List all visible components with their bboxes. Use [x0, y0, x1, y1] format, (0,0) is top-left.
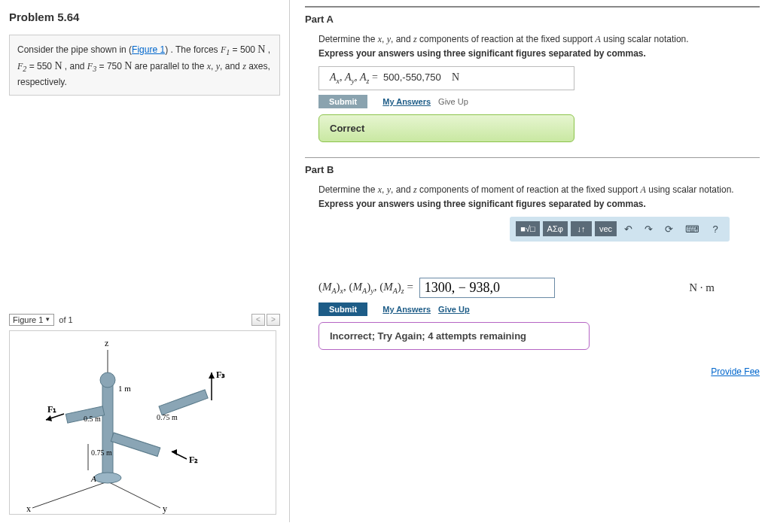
svg-rect-6: [111, 433, 160, 456]
redo-icon[interactable]: ↷: [640, 221, 657, 237]
part-a-instruction: Determine the x, y, and z components of …: [318, 34, 760, 45]
axis-y-label: y: [163, 503, 167, 514]
help-icon[interactable]: ?: [707, 221, 724, 237]
dim-075m-a: 0.75 m: [157, 413, 178, 421]
part-b-toolbar: ■√□ ΑΣφ ↓↑ vec ↶ ↷ ⟳ ⌨ ?: [510, 217, 730, 242]
chevron-down-icon: ▼: [44, 316, 50, 323]
tool-vec-button[interactable]: vec: [595, 221, 617, 236]
figure-prev-button[interactable]: <: [251, 314, 265, 326]
figure-link[interactable]: Figure 1: [132, 44, 165, 55]
statement-post: ) . The forces: [165, 44, 221, 55]
part-b-unit: N · m: [689, 281, 715, 294]
part-a-body: Determine the x, y, and z components of …: [305, 34, 760, 142]
undo-icon[interactable]: ↶: [620, 221, 637, 237]
label-F3: F₃: [216, 369, 225, 380]
dim-075m-b: 0.75 m: [91, 448, 112, 457]
part-a-unit: N: [452, 71, 459, 83]
part-b-give-up-link[interactable]: Give Up: [438, 305, 470, 314]
figure-dropdown[interactable]: Figure 1 ▼: [9, 314, 54, 326]
divider: [305, 157, 760, 158]
part-b-instruction: Determine the x, y, and z components of …: [318, 184, 760, 196]
divider: [305, 6, 760, 8]
tool-template-button[interactable]: ■√□: [516, 221, 539, 236]
svg-line-2: [108, 482, 160, 508]
svg-rect-3: [102, 380, 113, 474]
tool-greek-button[interactable]: ΑΣφ: [543, 221, 568, 236]
part-b-title: Part B: [305, 164, 760, 175]
tool-subscript-button[interactable]: ↓↑: [571, 221, 592, 236]
reset-icon[interactable]: ⟳: [660, 221, 678, 237]
label-F1: F₁: [47, 404, 56, 415]
label-F2: F₂: [189, 454, 198, 465]
provide-feedback-link[interactable]: Provide Fee: [711, 366, 760, 377]
part-a-my-answers-link[interactable]: My Answers: [382, 97, 431, 106]
part-b-feedback-incorrect: Incorrect; Try Again; 4 attempts remaini…: [318, 322, 590, 350]
svg-rect-7: [159, 390, 208, 415]
svg-point-4: [100, 372, 115, 388]
part-a-value: 500,-550,750: [383, 71, 441, 83]
figure-image: z x y A F₁ F₂: [9, 330, 276, 515]
part-a-feedback-correct: Correct: [318, 114, 574, 142]
part-a-give-up-link[interactable]: Give Up: [438, 97, 468, 106]
figure-nav: < >: [251, 314, 280, 326]
part-b-answer-input[interactable]: [419, 278, 555, 298]
part-b-instruction-bold: Express your answers using three signifi…: [318, 199, 760, 209]
right-column: Part A Determine the x, y, and z compone…: [290, 0, 771, 522]
part-b-my-answers-link[interactable]: My Answers: [382, 305, 431, 314]
part-a-submit-button[interactable]: Submit: [318, 95, 367, 108]
part-b-answer-row: (MA)x, (MA)y, (MA)z = N · m: [318, 242, 760, 298]
part-a-answer-box: Ax, Ay, Az = 500,-550,750 N: [318, 66, 574, 90]
problem-title: Problem 5.64: [9, 11, 280, 23]
problem-statement-box: Consider the pipe shown in (Figure 1) . …: [9, 35, 280, 96]
dim-05m: 0.5 m: [84, 415, 101, 423]
part-b-label: (MA)x, (MA)y, (MA)z =: [318, 281, 413, 295]
part-b-body: Determine the x, y, and z components of …: [305, 184, 760, 350]
left-column: Problem 5.64 Consider the pipe shown in …: [0, 0, 290, 522]
part-a-instruction-bold: Express your answers using three signifi…: [318, 48, 760, 59]
svg-marker-14: [209, 372, 215, 378]
figure-selected: Figure 1: [13, 315, 43, 324]
part-b-submit-button[interactable]: Submit: [318, 302, 367, 316]
part-a-title: Part A: [305, 14, 760, 25]
axis-x-label: x: [26, 503, 31, 514]
figure-selector-bar: Figure 1 ▼ of 1 < >: [9, 314, 280, 326]
axis-z-label: z: [105, 338, 108, 348]
label-A: A: [90, 474, 96, 483]
figure-next-button[interactable]: >: [267, 314, 280, 326]
figure-count: of 1: [59, 315, 72, 324]
svg-marker-10: [46, 415, 52, 421]
dim-1m: 1 m: [118, 384, 131, 393]
svg-line-1: [32, 482, 108, 508]
part-a-submit-row: Submit My Answers Give Up: [318, 95, 760, 108]
part-b-submit-row: Submit My Answers Give Up: [318, 302, 760, 316]
svg-point-8: [94, 473, 121, 483]
keyboard-icon[interactable]: ⌨: [681, 221, 704, 237]
statement-pre: Consider the pipe shown in (: [17, 44, 132, 55]
